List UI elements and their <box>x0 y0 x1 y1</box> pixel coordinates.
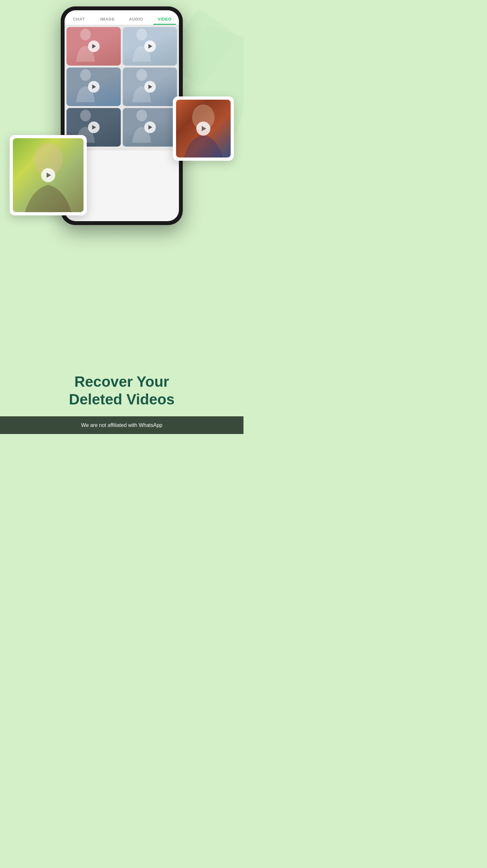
bottom-section: Recover Your Deleted Videos <box>0 373 244 415</box>
video-thumb-3[interactable] <box>66 67 121 106</box>
play-button-4[interactable] <box>144 81 156 93</box>
svg-point-0 <box>80 29 91 40</box>
tab-video[interactable]: VIDEO <box>150 14 179 25</box>
svg-point-5 <box>136 110 147 122</box>
video-thumb-4[interactable] <box>123 67 177 106</box>
card-play-button-1[interactable] <box>196 122 210 136</box>
svg-point-4 <box>80 110 91 122</box>
card-image-2 <box>13 138 84 212</box>
tabs-bar: CHAT IMAGE AUDIO VIDEO <box>65 10 179 25</box>
headline-line1: Recover Your <box>74 373 169 390</box>
play-button-6[interactable] <box>144 122 156 133</box>
footer-bar: We are not affiliated with WhatsApp <box>0 416 244 434</box>
footer-disclaimer: We are not affiliated with WhatsApp <box>81 423 163 428</box>
tab-image[interactable]: IMAGE <box>93 14 122 25</box>
svg-point-2 <box>80 69 91 81</box>
card-play-button-2[interactable] <box>41 168 55 182</box>
headline-text: Recover Your Deleted Videos <box>19 373 224 408</box>
video-grid <box>65 25 179 151</box>
play-button-5[interactable] <box>88 122 100 133</box>
video-thumb-6[interactable] <box>123 108 177 147</box>
play-button-2[interactable] <box>144 40 156 52</box>
tab-chat[interactable]: CHAT <box>65 14 93 25</box>
svg-point-3 <box>136 69 147 81</box>
tab-audio[interactable]: AUDIO <box>122 14 150 25</box>
grid-row-1 <box>66 27 177 66</box>
floating-card-mature-man <box>10 135 87 215</box>
headline-line2: Deleted Videos <box>69 391 175 408</box>
grid-row-2 <box>66 67 177 106</box>
play-button-3[interactable] <box>88 81 100 93</box>
card-image-1 <box>176 100 231 157</box>
floating-card-glasses-man <box>173 96 234 161</box>
play-button-1[interactable] <box>88 40 100 52</box>
video-thumb-2[interactable] <box>123 27 177 66</box>
svg-point-1 <box>136 29 147 40</box>
video-thumb-1[interactable] <box>66 27 121 66</box>
